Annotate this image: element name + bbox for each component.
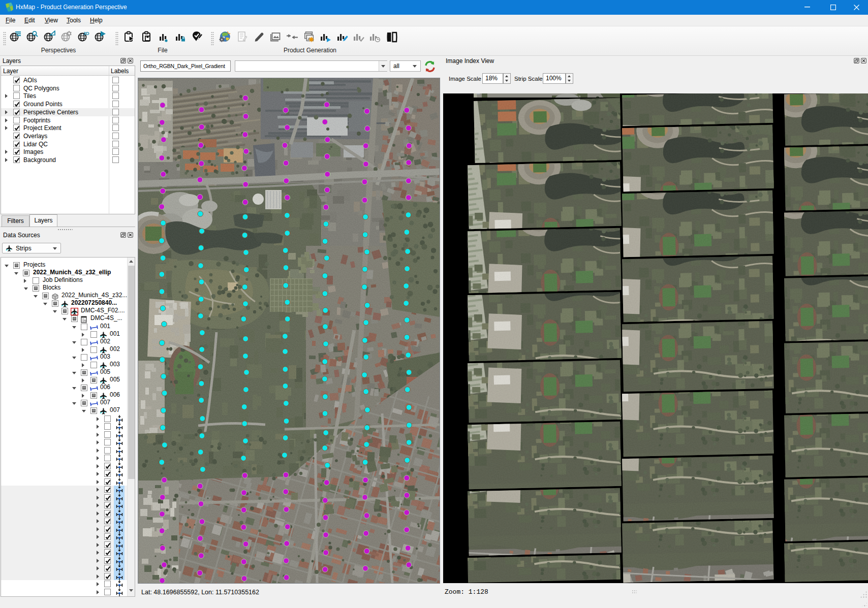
svg-text:3D: 3D (83, 31, 89, 36)
